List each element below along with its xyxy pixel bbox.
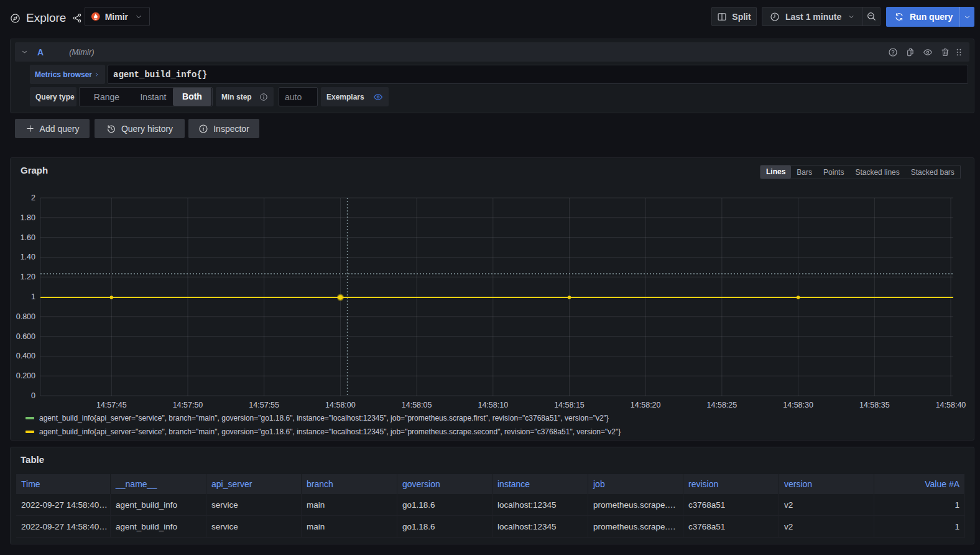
svg-text:14:58:20: 14:58:20 — [631, 401, 661, 409]
svg-text:0: 0 — [31, 391, 35, 400]
svg-text:1.20: 1.20 — [21, 273, 35, 281]
svg-text:14:58:25: 14:58:25 — [707, 401, 737, 409]
svg-text:0.600: 0.600 — [16, 332, 35, 341]
svg-text:14:57:55: 14:57:55 — [249, 401, 279, 409]
svg-text:1: 1 — [31, 292, 35, 301]
svg-text:14:58:30: 14:58:30 — [783, 401, 813, 409]
svg-text:14:57:50: 14:57:50 — [173, 401, 203, 409]
svg-text:14:58:35: 14:58:35 — [859, 401, 890, 409]
svg-text:0.800: 0.800 — [16, 312, 35, 321]
svg-text:0.400: 0.400 — [16, 352, 35, 360]
svg-text:14:58:15: 14:58:15 — [554, 401, 585, 409]
svg-text:14:58:05: 14:58:05 — [402, 401, 432, 409]
svg-text:14:57:45: 14:57:45 — [96, 401, 127, 409]
svg-text:1.80: 1.80 — [21, 213, 35, 222]
svg-text:1.40: 1.40 — [21, 253, 35, 261]
svg-text:14:58:00: 14:58:00 — [325, 401, 356, 409]
svg-text:2: 2 — [31, 194, 35, 202]
svg-text:1.60: 1.60 — [21, 233, 35, 242]
svg-text:0.200: 0.200 — [16, 371, 35, 380]
svg-text:14:58:40: 14:58:40 — [936, 401, 966, 409]
svg-text:14:58:10: 14:58:10 — [478, 401, 508, 409]
